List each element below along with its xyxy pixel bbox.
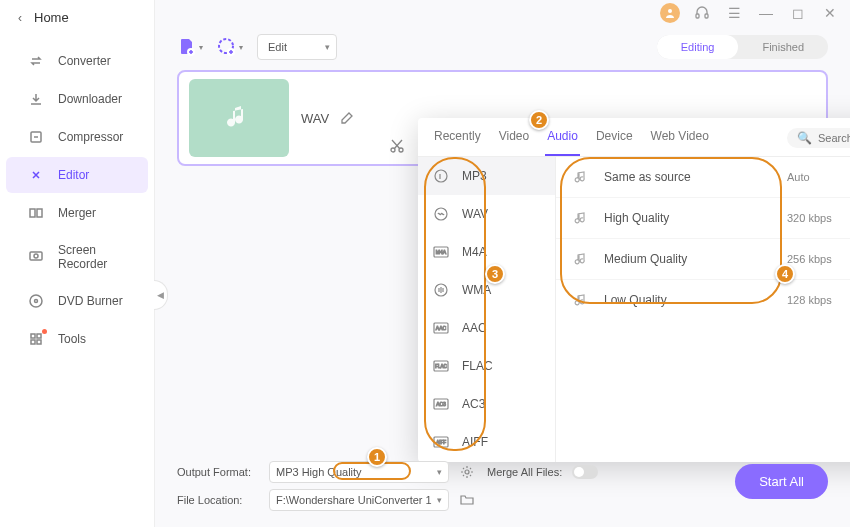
format-label: WAV bbox=[462, 207, 488, 221]
cut-icon[interactable] bbox=[389, 138, 405, 154]
dvd-icon bbox=[28, 293, 44, 309]
svg-rect-3 bbox=[30, 252, 42, 260]
maximize-icon[interactable]: ◻ bbox=[788, 3, 808, 23]
file-location-select[interactable]: F:\Wondershare UniConverter 1 bbox=[269, 489, 449, 511]
seg-finished[interactable]: Finished bbox=[738, 35, 828, 59]
toolbar: ▾ ▾ Edit Editing Finished bbox=[155, 26, 850, 70]
nav-label: DVD Burner bbox=[58, 294, 123, 308]
music-icon bbox=[574, 292, 590, 308]
format-mp3[interactable]: MP3 bbox=[418, 157, 555, 195]
sidebar-item-screenrecorder[interactable]: Screen Recorder bbox=[6, 233, 148, 281]
file-location-label: File Location: bbox=[177, 494, 259, 506]
search-icon: 🔍 bbox=[797, 131, 812, 145]
sidebar-item-converter[interactable]: Converter bbox=[6, 43, 148, 79]
sidebar-item-dvdburner[interactable]: DVD Burner bbox=[6, 283, 148, 319]
music-icon bbox=[574, 169, 590, 185]
quality-rate: 256 kbps bbox=[787, 253, 850, 265]
quality-high[interactable]: High Quality 320 kbps bbox=[556, 197, 850, 238]
media-title: WAV bbox=[301, 111, 329, 126]
annotation-badge-1: 1 bbox=[367, 447, 387, 467]
merge-toggle[interactable] bbox=[572, 465, 598, 479]
nav-group: Converter Downloader Compressor Editor M… bbox=[0, 43, 154, 357]
compress-icon bbox=[28, 129, 44, 145]
sidebar-item-editor[interactable]: Editor bbox=[6, 157, 148, 193]
music-icon bbox=[574, 251, 590, 267]
quality-name: Low Quality bbox=[604, 293, 773, 307]
audio-format-icon: FLAC bbox=[432, 357, 450, 375]
sidebar-item-compressor[interactable]: Compressor bbox=[6, 119, 148, 155]
quality-name: Same as source bbox=[604, 170, 773, 184]
file-plus-icon bbox=[177, 37, 197, 57]
nav-label: Screen Recorder bbox=[58, 243, 134, 271]
avatar[interactable] bbox=[660, 3, 680, 23]
chevron-left-icon: ‹ bbox=[18, 11, 22, 25]
circle-plus-icon bbox=[217, 37, 237, 57]
format-label: WMA bbox=[462, 283, 491, 297]
file-location-value: F:\Wondershare UniConverter 1 bbox=[276, 494, 432, 506]
format-label: AIFF bbox=[462, 435, 488, 449]
quality-medium[interactable]: Medium Quality 256 kbps bbox=[556, 238, 850, 279]
svg-rect-8 bbox=[37, 334, 41, 338]
add-file-button[interactable]: ▾ bbox=[177, 37, 203, 57]
nav-label: Compressor bbox=[58, 130, 123, 144]
output-format-label: Output Format: bbox=[177, 466, 259, 478]
svg-rect-10 bbox=[37, 340, 41, 344]
format-flac[interactable]: FLACFLAC bbox=[418, 347, 555, 385]
quality-same-as-source[interactable]: Same as source Auto bbox=[556, 157, 850, 197]
add-url-button[interactable]: ▾ bbox=[217, 37, 243, 57]
search-box[interactable]: 🔍 bbox=[787, 128, 850, 148]
nav-label: Tools bbox=[58, 332, 86, 346]
tab-webvideo[interactable]: Web Video bbox=[651, 129, 709, 147]
format-ac3[interactable]: AC3AC3 bbox=[418, 385, 555, 423]
start-all-button[interactable]: Start All bbox=[735, 464, 828, 499]
folder-icon[interactable] bbox=[459, 492, 475, 508]
media-thumbnail[interactable] bbox=[189, 79, 289, 157]
convert-icon bbox=[28, 53, 44, 69]
chevron-down-icon: ▾ bbox=[199, 43, 203, 52]
sidebar-collapse-button[interactable]: ◀ bbox=[154, 280, 168, 310]
edit-select-label: Edit bbox=[268, 41, 287, 53]
menu-icon[interactable]: ☰ bbox=[724, 3, 744, 23]
rename-icon[interactable] bbox=[339, 110, 355, 126]
sidebar: ‹ Home Converter Downloader Compressor E… bbox=[0, 0, 155, 527]
format-aac[interactable]: AACAAC bbox=[418, 309, 555, 347]
nav-label: Downloader bbox=[58, 92, 122, 106]
quality-name: Medium Quality bbox=[604, 252, 773, 266]
annotation-badge-3: 3 bbox=[485, 264, 505, 284]
quality-low[interactable]: Low Quality 128 kbps bbox=[556, 279, 850, 320]
home-button[interactable]: ‹ Home bbox=[0, 0, 154, 35]
minimize-icon[interactable]: — bbox=[756, 3, 776, 23]
tab-audio[interactable]: Audio bbox=[547, 129, 578, 147]
format-label: MP3 bbox=[462, 169, 487, 183]
svg-rect-9 bbox=[31, 340, 35, 344]
tab-video[interactable]: Video bbox=[499, 129, 529, 147]
audio-format-icon bbox=[432, 167, 450, 185]
quality-name: High Quality bbox=[604, 211, 773, 225]
gear-icon[interactable] bbox=[459, 464, 475, 480]
download-icon bbox=[28, 91, 44, 107]
output-format-value: MP3 High Quality bbox=[276, 466, 362, 478]
sidebar-item-merger[interactable]: Merger bbox=[6, 195, 148, 231]
format-list: MP3 WAV M4AM4A WMA AACAAC FLACFLAC AC3AC… bbox=[418, 157, 556, 462]
search-input[interactable] bbox=[818, 132, 850, 144]
svg-rect-2 bbox=[37, 209, 42, 217]
annotation-badge-4: 4 bbox=[775, 264, 795, 284]
quality-list: Same as source Auto High Quality 320 kbp… bbox=[556, 157, 850, 462]
tab-device[interactable]: Device bbox=[596, 129, 633, 147]
format-m4a[interactable]: M4AM4A bbox=[418, 233, 555, 271]
svg-point-6 bbox=[35, 300, 38, 303]
output-format-select[interactable]: MP3 High Quality bbox=[269, 461, 449, 483]
audio-format-icon: AC3 bbox=[432, 395, 450, 413]
sidebar-item-tools[interactable]: Tools bbox=[6, 321, 148, 357]
audio-format-icon: AAC bbox=[432, 319, 450, 337]
format-wav[interactable]: WAV bbox=[418, 195, 555, 233]
popover-tabs: Recently Video Audio Device Web Video 🔍 bbox=[418, 118, 850, 157]
headset-icon[interactable] bbox=[692, 3, 712, 23]
music-note-icon bbox=[221, 100, 257, 136]
seg-editing[interactable]: Editing bbox=[657, 35, 739, 59]
tab-recently[interactable]: Recently bbox=[434, 129, 481, 147]
format-popover: Recently Video Audio Device Web Video 🔍 … bbox=[418, 118, 850, 462]
sidebar-item-downloader[interactable]: Downloader bbox=[6, 81, 148, 117]
edit-select[interactable]: Edit bbox=[257, 34, 337, 60]
close-icon[interactable]: ✕ bbox=[820, 3, 840, 23]
